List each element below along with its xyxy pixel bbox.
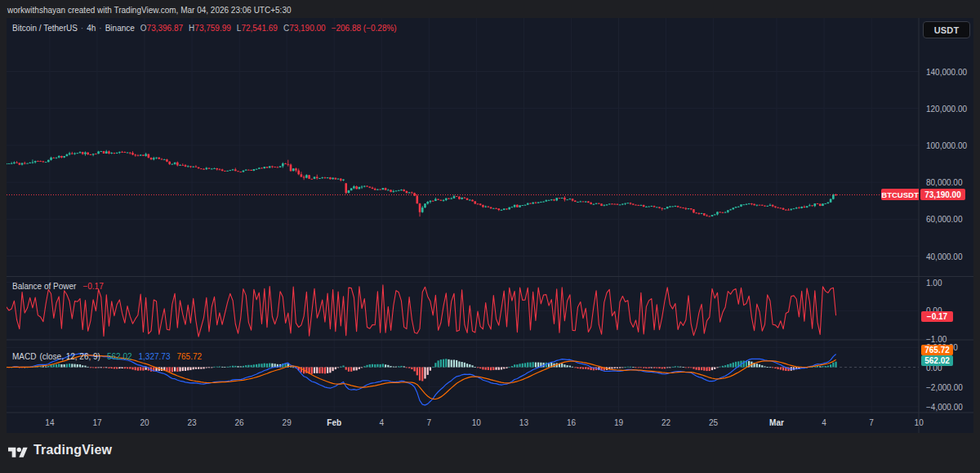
macd-hist-bar <box>234 366 236 368</box>
candle-body <box>232 169 234 170</box>
candle-body <box>361 187 363 188</box>
interval-label[interactable]: 4h <box>87 24 96 33</box>
macd-hist-bar <box>679 367 681 368</box>
candle-body <box>32 163 34 163</box>
candle-body <box>345 183 347 193</box>
macd-hist-bar <box>693 368 694 369</box>
macd-hist-bar <box>185 368 186 371</box>
candle-body <box>110 153 113 154</box>
candle-body <box>26 163 29 164</box>
candle-body <box>69 154 71 154</box>
macd-hist-bar <box>172 368 173 373</box>
candle-body <box>56 158 58 158</box>
candle-body <box>379 190 381 190</box>
candle-body <box>501 210 503 211</box>
symbol-name[interactable]: Bitcoin / TetherUS <box>12 24 78 33</box>
macd-hist-bar <box>587 368 589 370</box>
attribution-text: workwithshayan created with TradingView.… <box>7 6 292 15</box>
macd-hist-bar <box>359 368 360 369</box>
candle-body <box>221 169 224 171</box>
macd-hist-bar <box>318 368 320 374</box>
candle-body <box>335 178 337 180</box>
candle-body <box>598 203 600 204</box>
macd-legend[interactable]: MACD (close, 12, 26, 9) 562.02 1,327.73 … <box>12 352 202 361</box>
macd-hist-bar <box>419 368 421 381</box>
macd-hist-bar <box>574 368 576 368</box>
exchange-label[interactable]: Binance <box>105 24 135 33</box>
macd-hist-bar <box>363 366 365 367</box>
macd-hist-bar <box>727 364 728 368</box>
candle-body <box>751 203 753 204</box>
macd-hist-bar <box>772 368 773 368</box>
chart-canvas[interactable] <box>7 18 973 433</box>
candle-body <box>29 163 31 163</box>
candle-body <box>746 204 748 205</box>
macd-hist-bar <box>403 366 405 367</box>
candle-body <box>645 207 648 207</box>
candle-body <box>305 175 308 177</box>
macd-hist-bar <box>577 368 578 369</box>
chart-area[interactable]: Bitcoin / TetherUS · 4h · Binance O73,39… <box>7 18 973 433</box>
macd-hist-bar <box>95 368 96 368</box>
macd-hist-badge: 562.02 <box>921 355 953 366</box>
time-axis-label: 10 <box>915 418 924 427</box>
macd-hist-bar <box>690 368 692 368</box>
candle-body <box>474 201 476 203</box>
tradingview-logo-text[interactable]: TradingView <box>33 443 112 457</box>
candle-body <box>148 154 150 158</box>
footer-bar: TradingView <box>0 433 980 473</box>
macd-hist-bar <box>698 368 700 371</box>
macd-hist-bar <box>685 368 687 368</box>
candle-body <box>121 152 123 153</box>
legend-separator: · <box>81 24 83 33</box>
symbol-legend[interactable]: Bitcoin / TetherUS · 4h · Binance O73,39… <box>12 24 397 33</box>
candle-body <box>321 177 323 178</box>
macd-hist-bar <box>716 368 718 368</box>
candle-body <box>7 163 7 164</box>
macd-hist-bar <box>174 368 176 372</box>
candle-body <box>63 156 65 158</box>
candle-body <box>450 199 452 199</box>
candle-body <box>211 169 213 170</box>
macd-hist-bar <box>353 368 354 371</box>
candle-body <box>66 154 69 156</box>
candle-body <box>195 167 198 167</box>
bop-legend[interactable]: Balance of Power −0.17 <box>12 282 104 291</box>
candle-body <box>443 200 445 201</box>
macd-hist-bar <box>582 368 584 369</box>
candle-body <box>163 159 166 160</box>
candle-body <box>342 180 345 181</box>
currency-toggle-button[interactable]: USDT <box>923 21 970 38</box>
time-axis-label: 13 <box>519 418 528 427</box>
macd-hist-bar <box>458 361 460 367</box>
macd-hist-bar <box>703 368 705 371</box>
macd-hist-bar <box>677 366 679 367</box>
candle-body <box>303 177 305 178</box>
macd-hist-bar <box>56 364 57 368</box>
candle-body <box>363 186 366 187</box>
candle-body <box>819 204 822 206</box>
macd-hist-bar <box>567 365 568 367</box>
candle-body <box>314 177 316 179</box>
candle-body <box>690 208 693 209</box>
time-axis-label: 16 <box>567 418 576 427</box>
candle-body <box>21 163 24 165</box>
bop-title[interactable]: Balance of Power <box>12 282 76 291</box>
candle-body <box>606 204 608 205</box>
macd-hist-bar <box>495 368 497 370</box>
candle-body <box>490 207 492 209</box>
candle-body <box>150 158 153 159</box>
macd-title[interactable]: MACD <box>12 352 36 361</box>
candle-body <box>742 204 745 205</box>
candle-body <box>261 168 263 169</box>
candle-body <box>271 166 274 167</box>
tradingview-logo-icon[interactable] <box>8 445 28 461</box>
macd-hist-bar <box>251 365 252 368</box>
macd-hist-bar <box>774 368 776 369</box>
macd-hist-bar <box>406 368 408 368</box>
candle-body <box>585 202 587 203</box>
candle-body <box>624 203 626 204</box>
candle-body <box>735 207 737 207</box>
macd-hist-bar <box>453 359 455 367</box>
candle-body <box>108 151 110 153</box>
